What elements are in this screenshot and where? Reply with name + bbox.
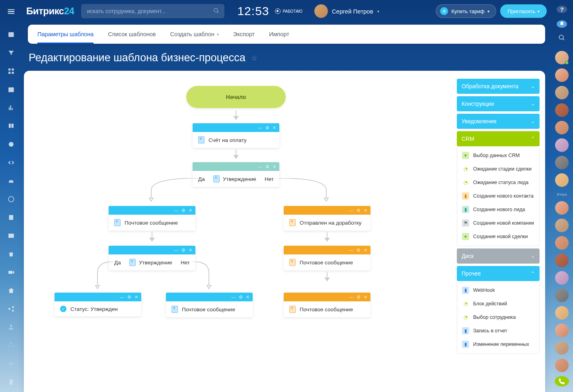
contact-avatar[interactable]	[555, 201, 569, 215]
minimize-icon[interactable]: —	[174, 248, 178, 252]
nav-feed-icon[interactable]	[7, 31, 15, 38]
call-button[interactable]	[555, 376, 569, 386]
gear-icon[interactable]: ⚙	[265, 164, 269, 169]
nav-user-icon[interactable]	[7, 324, 15, 331]
tab-params[interactable]: Параметры шаблона	[37, 25, 94, 44]
nav-home-icon[interactable]	[7, 287, 15, 294]
contact-avatar[interactable]	[555, 289, 569, 302]
panel-constructions[interactable]: Конструкции⌄	[457, 96, 540, 111]
crm-item[interactable]: ▾Создание новой сделки	[457, 230, 539, 243]
node-invoice[interactable]: —⚙✕ Счёт на оплату	[193, 123, 279, 148]
minimize-icon[interactable]: —	[174, 208, 178, 213]
nav-filter-icon[interactable]	[7, 49, 15, 56]
sidebar-search-icon[interactable]	[558, 34, 565, 43]
search-box[interactable]	[81, 4, 224, 18]
close-icon[interactable]: ✕	[134, 295, 138, 300]
menu-button[interactable]	[6, 7, 16, 16]
contact-avatar[interactable]	[555, 236, 569, 250]
close-icon[interactable]: ✕	[189, 248, 192, 253]
close-icon[interactable]: ✕	[246, 295, 249, 300]
other-item[interactable]: ▮Запись в отчет	[457, 324, 539, 338]
nav-video-icon[interactable]	[7, 269, 15, 276]
nav-code-icon[interactable]	[7, 159, 15, 166]
close-icon[interactable]: ✕	[273, 164, 276, 169]
other-item[interactable]: ◔Блок действий	[457, 297, 539, 310]
crm-item[interactable]: ◔Ожидание стадии сделки	[457, 162, 539, 176]
close-icon[interactable]: ✕	[189, 208, 192, 213]
panel-crm[interactable]: CRM⌃	[457, 131, 540, 146]
help-button[interactable]: ?	[557, 6, 567, 13]
node-approval-2[interactable]: —⚙✕ Да Утверждение Нет	[109, 246, 195, 270]
contact-avatar[interactable]	[555, 324, 569, 337]
panel-other[interactable]: Прочее⌃	[457, 266, 540, 281]
notifications-button[interactable]	[557, 20, 567, 28]
crm-item[interactable]: ▮Создание нового контакта	[457, 189, 539, 203]
node-rework[interactable]: —⚙✕ Отправлен на доработку	[284, 206, 370, 231]
contact-avatar[interactable]	[555, 121, 569, 134]
other-item[interactable]: ▮WebHook	[457, 283, 539, 297]
node-mail-4[interactable]: —⚙✕ Почтовое сообщение	[284, 293, 370, 317]
star-icon[interactable]: ☆	[251, 54, 257, 62]
minimize-icon[interactable]: —	[231, 295, 236, 299]
node-mail-2[interactable]: —⚙✕ Почтовое сообщение	[284, 246, 370, 270]
close-icon[interactable]: ✕	[364, 208, 367, 213]
tab-export[interactable]: Экспорт	[233, 25, 255, 44]
nav-android-icon[interactable]	[7, 141, 15, 148]
contact-avatar[interactable]	[555, 156, 569, 169]
nav-calendar-icon[interactable]	[7, 86, 15, 93]
tab-import[interactable]: Импорт	[269, 25, 289, 44]
contact-avatar[interactable]	[555, 86, 569, 99]
nav-globe-icon[interactable]	[7, 196, 15, 203]
tab-create[interactable]: Создать шаблон▾	[170, 25, 219, 44]
minimize-icon[interactable]: —	[258, 164, 262, 169]
gear-icon[interactable]: ⚙	[181, 248, 185, 253]
minimize-icon[interactable]: —	[349, 248, 353, 252]
contact-avatar[interactable]	[555, 51, 569, 64]
user-menu[interactable]: Сергей Петров ▾	[314, 4, 379, 18]
contact-avatar[interactable]	[555, 306, 569, 320]
other-item[interactable]: ◔Выбор сотрудника	[457, 310, 539, 324]
crm-item[interactable]: ▾Выбор данных CRM	[457, 149, 539, 162]
node-mail-3[interactable]: —⚙✕ Почтовое сообщение	[166, 293, 253, 317]
gear-icon[interactable]: ⚙	[127, 295, 131, 300]
buy-plan-button[interactable]: ✈ Купить тариф ▾	[436, 4, 496, 18]
gear-icon[interactable]: ⚙	[357, 295, 361, 300]
close-icon[interactable]: ✕	[364, 248, 367, 253]
search-input[interactable]	[87, 8, 219, 14]
nav-share-icon[interactable]	[7, 305, 15, 312]
node-approval[interactable]: —⚙✕ Да Утверждение Нет	[193, 162, 279, 187]
nav-apps-icon[interactable]	[7, 68, 15, 75]
other-item[interactable]: ▮Изменение переменных	[457, 338, 539, 351]
node-mail-1[interactable]: —⚙✕ Почтовое сообщение	[109, 206, 195, 231]
node-start[interactable]: Начало	[186, 86, 286, 108]
contact-avatar[interactable]	[555, 271, 569, 285]
contact-avatar[interactable]	[555, 138, 569, 152]
contact-avatar[interactable]	[555, 68, 569, 82]
close-icon[interactable]: ✕	[273, 125, 276, 130]
gear-icon[interactable]: ⚙	[357, 208, 361, 213]
logo[interactable]: Битрикс24	[26, 6, 74, 17]
panel-notifications[interactable]: Уведомления⌄	[457, 114, 540, 129]
nav-book-icon[interactable]	[7, 122, 15, 130]
gear-icon[interactable]: ⚙	[239, 295, 243, 300]
node-status-approved[interactable]: —⚙✕ ✓Статус: Утвержден	[55, 293, 141, 316]
minimize-icon[interactable]: —	[349, 208, 353, 213]
crm-item[interactable]: ◔Ожидание статуса лида	[457, 176, 539, 189]
contact-avatar[interactable]	[555, 359, 569, 372]
contact-avatar[interactable]	[555, 103, 569, 117]
nav-ship-icon[interactable]	[7, 177, 15, 184]
nav-image-icon[interactable]	[7, 232, 15, 239]
gear-icon[interactable]: ⚙	[357, 248, 361, 253]
work-status[interactable]: РАБОТАЮ	[275, 8, 302, 14]
contact-avatar[interactable]	[555, 219, 569, 232]
minimize-icon[interactable]: —	[120, 295, 124, 299]
contact-avatar[interactable]	[555, 173, 569, 187]
nav-building-icon[interactable]	[7, 214, 15, 221]
minimize-icon[interactable]: —	[349, 295, 353, 299]
nav-sitemap-icon[interactable]	[7, 342, 15, 349]
tab-list[interactable]: Список шаблонов	[108, 25, 156, 44]
crm-item[interactable]: ⚑Создание новой компании	[457, 216, 539, 230]
panel-disk[interactable]: Диск⌄	[457, 248, 540, 264]
contact-avatar[interactable]	[555, 254, 569, 267]
panel-doc-processing[interactable]: Обработка документа⌄	[457, 79, 540, 94]
